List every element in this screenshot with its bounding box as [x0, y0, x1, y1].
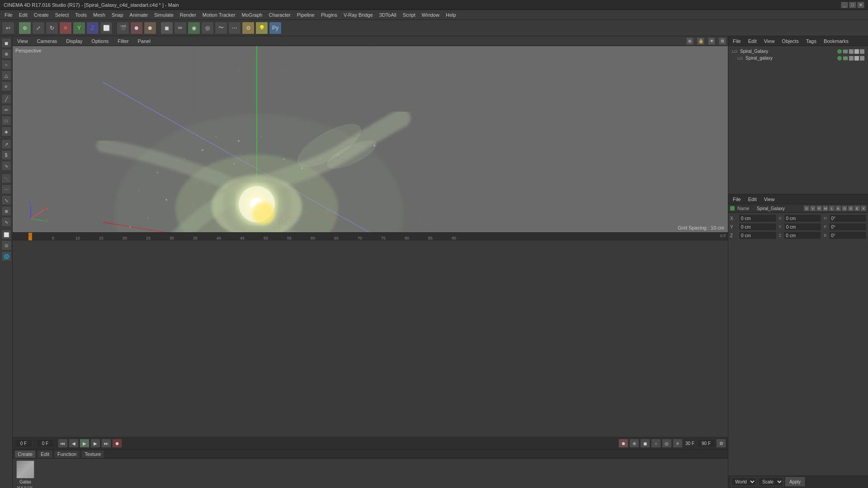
minimize-button[interactable]: _ — [841, 2, 848, 8]
prev-frame-button[interactable]: ◀ — [69, 439, 79, 448]
left-tool-7[interactable]: ✏ — [1, 105, 11, 115]
current-frame-input[interactable]: 0 F — [14, 439, 33, 447]
obj-camera[interactable]: ⚙ — [242, 22, 255, 34]
menu-pipeline[interactable]: Pipeline — [294, 11, 317, 19]
render-view[interactable]: 🎬 — [117, 22, 129, 34]
record-button[interactable]: ⏺ — [112, 439, 122, 448]
start-frame-input[interactable] — [36, 439, 54, 447]
left-tool-19[interactable]: ⊙ — [1, 240, 11, 250]
obj-nurbs[interactable]: 〜 — [215, 22, 227, 34]
menu-mesh[interactable]: Mesh — [90, 11, 108, 19]
menu-vray[interactable]: V-Ray Bridge — [341, 11, 376, 19]
menu-render[interactable]: Render — [177, 11, 199, 19]
tool-world[interactable]: ⬜ — [100, 22, 113, 34]
tab-edit-obj[interactable]: Edit — [745, 38, 760, 45]
left-tool-15[interactable]: ⤡ — [1, 195, 11, 205]
obj-light[interactable]: 💡 — [255, 22, 268, 34]
menu-help[interactable]: Help — [443, 11, 459, 19]
window-controls[interactable]: _ □ ✕ — [841, 2, 864, 8]
vp-icon-move[interactable]: ⊕ — [686, 38, 693, 45]
scale-dropdown[interactable]: Scale — [758, 477, 783, 486]
move-tool[interactable]: ⊕ — [19, 22, 31, 34]
attr-input-y-pos[interactable] — [739, 223, 776, 230]
obj-cube[interactable]: ◼ — [160, 22, 173, 34]
tab-file-attr[interactable]: File — [730, 196, 744, 203]
goto-end-button[interactable]: ⏭ — [101, 439, 111, 448]
vp-icon-eye[interactable]: 👁 — [708, 38, 715, 45]
menu-select[interactable]: Select — [52, 11, 72, 19]
obj-vis-1[interactable] — [837, 49, 842, 54]
attr-icon-g[interactable]: G — [842, 206, 847, 211]
obj-pencil[interactable]: ✏ — [174, 22, 187, 34]
attr-input-z-val[interactable] — [784, 232, 821, 239]
tool-x[interactable]: ✕ — [59, 22, 72, 34]
tab-tags[interactable]: Tags — [803, 38, 819, 45]
goto-start-button[interactable]: ⏮ — [58, 439, 68, 448]
object-item-spiral-galaxy-2[interactable]: LO Spiral_galaxy — [730, 55, 866, 61]
menu-motion-tracker[interactable]: Motion Tracker — [200, 11, 238, 19]
obj-py[interactable]: Py — [269, 22, 282, 34]
vp-menu-options[interactable]: Options — [89, 38, 111, 45]
left-tool-1[interactable]: ◼ — [1, 38, 11, 48]
attr-icon-m[interactable]: M — [823, 206, 828, 211]
left-tool-13[interactable]: ⋱ — [1, 174, 11, 183]
menu-character[interactable]: Character — [266, 11, 293, 19]
left-tool-8[interactable]: □ — [1, 116, 11, 126]
tc-icon-5[interactable]: ≡ — [673, 439, 683, 448]
coord-system-dropdown[interactable]: World — [731, 477, 756, 486]
left-tool-2[interactable]: ⊕ — [1, 49, 11, 59]
tool-z[interactable]: Z — [86, 22, 99, 34]
attr-icon-l[interactable]: L — [829, 206, 835, 211]
vp-menu-panel[interactable]: Panel — [135, 38, 153, 45]
tab-bookmarks[interactable]: Bookmarks — [821, 38, 851, 45]
left-tool-16[interactable]: ⊗ — [1, 206, 11, 216]
left-tool-14[interactable]: ⋯ — [1, 184, 11, 194]
rotate-tool[interactable]: ↻ — [46, 22, 58, 34]
left-tool-18[interactable]: ⬜ — [1, 230, 11, 239]
menu-simulate[interactable]: Simulate — [151, 11, 176, 19]
left-tool-4[interactable]: △ — [1, 70, 11, 80]
menu-plugins[interactable]: Plugins — [318, 11, 340, 19]
maximize-button[interactable]: □ — [849, 2, 856, 8]
left-tool-11[interactable]: $ — [1, 150, 11, 160]
attr-icon-s[interactable]: S — [804, 206, 809, 211]
apply-button[interactable]: Apply — [785, 477, 805, 486]
render-btn-2[interactable]: ⏺ — [618, 439, 628, 448]
tab-edit-attr[interactable]: Edit — [745, 196, 760, 203]
attr-icon-a[interactable]: A — [835, 206, 841, 211]
left-tool-9[interactable]: ◈ — [1, 127, 11, 136]
tc-icon-1[interactable]: ⊕ — [629, 439, 639, 448]
scale-tool[interactable]: ⤢ — [32, 22, 45, 34]
tab-view-obj[interactable]: View — [761, 38, 778, 45]
tc-icon-3[interactable]: ○ — [651, 439, 661, 448]
menu-edit[interactable]: Edit — [16, 11, 30, 19]
tab-function[interactable]: Function — [54, 450, 80, 458]
left-tool-12[interactable]: ∿ — [1, 161, 11, 171]
attr-input-x-h[interactable] — [830, 215, 867, 222]
tab-edit[interactable]: Edit — [38, 450, 52, 458]
tab-create[interactable]: Create — [14, 450, 36, 458]
end-frame-input[interactable]: 90 F — [697, 439, 715, 447]
obj-deform[interactable]: ⋯ — [228, 22, 241, 34]
tab-texture[interactable]: Texture — [81, 450, 104, 458]
obj-lock-2[interactable] — [849, 56, 854, 61]
timeline-ruler[interactable]: 0 5 10 15 20 25 30 35 40 45 50 55 60 65 … — [13, 232, 728, 240]
obj-circle[interactable]: ◎ — [201, 22, 214, 34]
attr-icon-x[interactable]: X — [861, 206, 866, 211]
tc-icon-2[interactable]: ◼ — [640, 439, 650, 448]
close-button[interactable]: ✕ — [857, 2, 864, 8]
menu-window[interactable]: Window — [419, 11, 442, 19]
attr-input-x-val[interactable] — [784, 215, 821, 222]
vp-menu-filter[interactable]: Filter — [115, 38, 131, 45]
menu-create[interactable]: Create — [31, 11, 52, 19]
next-frame-button[interactable]: ▶ — [90, 439, 100, 448]
vp-menu-cameras[interactable]: Cameras — [34, 38, 60, 45]
menu-snap[interactable]: Snap — [109, 11, 126, 19]
obj-lock-1[interactable] — [849, 49, 854, 54]
menu-3dtoall[interactable]: 3DToAll — [377, 11, 399, 19]
menu-tools[interactable]: Tools — [72, 11, 90, 19]
object-item-spiral-galaxy[interactable]: LO Spiral_Galaxy — [730, 48, 866, 55]
menu-file[interactable]: File — [2, 11, 15, 19]
vp-icon-lock[interactable]: 🔒 — [697, 38, 704, 45]
attr-input-z-b[interactable] — [829, 232, 866, 239]
